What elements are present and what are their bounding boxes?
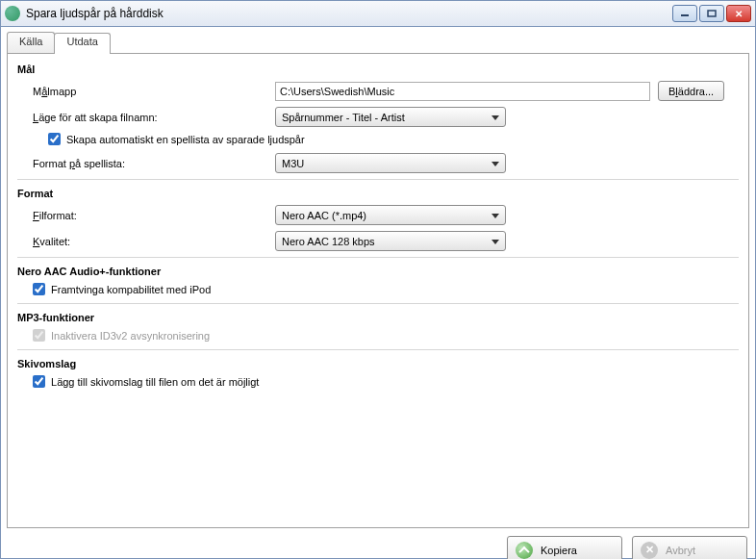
chevron-down-icon — [491, 162, 499, 166]
label-file-format: Filformat: — [33, 210, 275, 221]
playlist-format-value: M3U — [282, 158, 304, 169]
quality-select[interactable]: Nero AAC 128 kbps — [275, 231, 506, 251]
maximize-button[interactable] — [699, 5, 724, 22]
dialog-footer: Kopiera Avbryt — [7, 528, 749, 559]
add-albumart-checkbox[interactable]: Lägg till skivomslag till filen om det ä… — [33, 375, 739, 388]
section-heading-format: Format — [17, 188, 739, 199]
app-icon — [5, 6, 20, 21]
section-heading-aac: Nero AAC Audio+-funktioner — [17, 266, 739, 277]
window-title: Spara ljudspår på hårddisk — [26, 7, 672, 20]
create-playlist-checkbox[interactable]: Skapa automatiskt en spellista av sparad… — [48, 133, 739, 145]
cancel-button[interactable]: Avbryt — [632, 536, 747, 559]
file-format-select[interactable]: Nero AAC (*.mp4) — [275, 205, 506, 225]
tab-bar: Källa Utdata — [7, 32, 749, 53]
playlist-format-select[interactable]: M3U — [275, 153, 506, 173]
titlebar: Spara ljudspår på hårddisk ✕ — [0, 0, 756, 27]
ipod-compat-checkbox[interactable]: Framtvinga kompabilitet med iPod — [33, 283, 739, 295]
close-button[interactable]: ✕ — [726, 5, 751, 22]
label-quality: Kvalitet: — [33, 236, 275, 247]
filename-mode-select[interactable]: Spårnummer - Titel - Artist — [275, 107, 506, 127]
label-playlist-format: Format på spellista: — [33, 158, 275, 169]
cancel-icon — [641, 542, 658, 559]
file-format-value: Nero AAC (*.mp4) — [282, 210, 366, 221]
copy-icon — [516, 542, 533, 559]
section-heading-albumart: Skivomslag — [17, 358, 739, 369]
copy-button[interactable]: Kopiera — [507, 536, 622, 559]
tab-panel-utdata: Mål Målmapp Bläddra... Läge för att skap… — [7, 53, 749, 528]
label-target-dir: Målmapp — [33, 86, 275, 97]
section-heading-mp3: MP3-funktioner — [17, 312, 739, 323]
tab-kalla[interactable]: Källa — [7, 32, 55, 53]
id3v2-checkbox: Inaktivera ID3v2 avsynkronisering — [33, 329, 739, 342]
svg-rect-1 — [708, 11, 716, 16]
minimize-button[interactable] — [672, 5, 697, 22]
browse-button[interactable]: Bläddra... — [658, 81, 724, 101]
filename-mode-value: Spårnummer - Titel - Artist — [282, 112, 405, 123]
ipod-compat-input[interactable] — [33, 283, 45, 295]
tab-utdata[interactable]: Utdata — [54, 33, 110, 54]
chevron-down-icon — [491, 115, 499, 120]
chevron-down-icon — [491, 214, 499, 218]
chevron-down-icon — [491, 240, 499, 244]
target-dir-input[interactable] — [275, 82, 650, 101]
id3v2-input — [33, 329, 45, 342]
section-heading-mal: Mål — [17, 64, 739, 75]
create-playlist-input[interactable] — [48, 133, 61, 145]
add-albumart-input[interactable] — [33, 375, 45, 388]
label-filename-mode: Läge för att skapa filnamn: — [33, 112, 275, 123]
quality-value: Nero AAC 128 kbps — [282, 236, 375, 247]
